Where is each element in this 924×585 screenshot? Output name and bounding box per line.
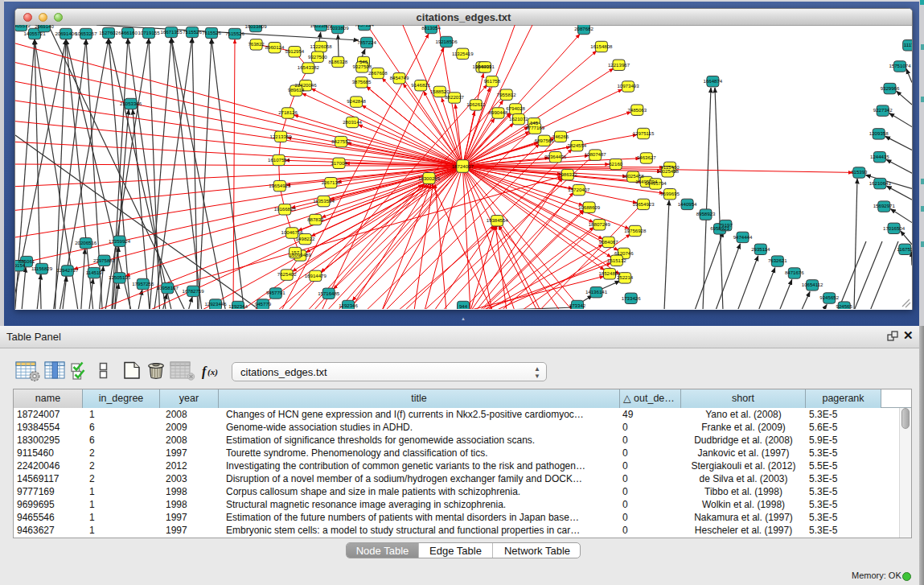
svg-text:10973493: 10973493 <box>617 83 639 89</box>
svg-text:14055721: 14055721 <box>23 31 46 36</box>
svg-text:252214: 252214 <box>617 274 634 280</box>
svg-text:10046756: 10046756 <box>281 229 304 235</box>
svg-text:1733426: 1733426 <box>622 295 641 301</box>
svg-text:7515526: 7515526 <box>183 29 202 35</box>
svg-text:17016504: 17016504 <box>883 225 906 231</box>
svg-text:20691406: 20691406 <box>55 31 77 36</box>
svg-text:7955812: 7955812 <box>497 92 516 97</box>
svg-text:1664874: 1664874 <box>704 78 723 84</box>
svg-text:16914479: 16914479 <box>305 273 327 278</box>
svg-text:7632621: 7632621 <box>768 257 787 263</box>
svg-text:10958107: 10958107 <box>157 285 179 290</box>
svg-text:19654925: 19654925 <box>269 183 291 188</box>
svg-text:1362611: 1362611 <box>466 101 486 107</box>
svg-text:12975115: 12975115 <box>633 130 655 136</box>
svg-text:887833: 887833 <box>307 216 324 222</box>
svg-text:9474444: 9474444 <box>733 234 753 240</box>
svg-text:12923446: 12923446 <box>204 301 227 307</box>
svg-text:19166825: 19166825 <box>274 206 297 212</box>
svg-text:3875685: 3875685 <box>352 79 372 84</box>
svg-text:16543382: 16543382 <box>298 64 320 70</box>
svg-text:6466160: 6466160 <box>118 30 138 35</box>
svg-text:16671355: 16671355 <box>160 29 183 35</box>
svg-text:20364436: 20364436 <box>544 154 567 159</box>
svg-text:9463627: 9463627 <box>637 154 656 160</box>
svg-text:8960124: 8960124 <box>265 44 285 50</box>
svg-text:19384554: 19384554 <box>487 217 509 223</box>
svg-text:1405572: 1405572 <box>15 25 31 28</box>
svg-text:19654923: 19654923 <box>632 201 655 207</box>
svg-text:13226058: 13226058 <box>310 43 332 49</box>
svg-text:9329966: 9329966 <box>881 85 900 91</box>
svg-text:11325419: 11325419 <box>452 51 474 56</box>
svg-text:18300295: 18300295 <box>418 175 441 181</box>
svg-text:173342: 173342 <box>569 303 586 308</box>
svg-text:19218506: 19218506 <box>435 39 458 44</box>
svg-text:16154808: 16154808 <box>590 43 613 49</box>
svg-text:7625402: 7625402 <box>277 271 297 277</box>
svg-text:9227342: 9227342 <box>873 107 893 113</box>
svg-text:15720407: 15720407 <box>568 187 590 192</box>
svg-text:10688609: 10688609 <box>578 204 601 210</box>
svg-text:9327508: 9327508 <box>352 64 372 69</box>
svg-text:10653267: 10653267 <box>75 31 97 36</box>
svg-text:8958923: 8958923 <box>696 211 716 216</box>
svg-text:17957255: 17957255 <box>132 281 154 286</box>
svg-text:1615132: 1615132 <box>607 257 626 263</box>
svg-text:18807249: 18807249 <box>589 221 611 227</box>
svg-text:6794028: 6794028 <box>506 105 525 111</box>
svg-text:10654112: 10654112 <box>802 282 823 287</box>
svg-text:62160: 62160 <box>609 161 623 167</box>
svg-text:746266: 746266 <box>552 134 569 139</box>
svg-text:10719155: 10719155 <box>138 30 160 35</box>
svg-text:515393: 515393 <box>851 169 868 175</box>
svg-text:945779: 945779 <box>255 301 272 307</box>
svg-text:8454749: 8454749 <box>390 75 409 80</box>
svg-text:114519: 114519 <box>86 270 102 275</box>
svg-text:16782759: 16782759 <box>183 288 205 294</box>
svg-text:16495794: 16495794 <box>645 180 667 186</box>
svg-text:763822: 763822 <box>248 41 265 47</box>
svg-text:15751074: 15751074 <box>889 63 911 68</box>
svg-text:2718126: 2718126 <box>278 109 298 115</box>
svg-text:9457791: 9457791 <box>266 290 285 295</box>
svg-text:2803144: 2803144 <box>343 119 362 125</box>
svg-text:7485063: 7485063 <box>627 107 647 113</box>
svg-text:6897568: 6897568 <box>535 138 554 143</box>
svg-text:79197: 79197 <box>719 222 733 228</box>
svg-text:1588520: 1588520 <box>430 89 450 94</box>
svg-text:9242848: 9242848 <box>347 98 366 104</box>
svg-text:317004: 317004 <box>331 160 347 166</box>
svg-text:11353594: 11353594 <box>313 198 335 204</box>
svg-text:116753: 116753 <box>897 246 912 252</box>
svg-text:8186328: 8186328 <box>328 59 347 64</box>
svg-text:7857224: 7857224 <box>355 25 374 27</box>
svg-text:2069140: 2069140 <box>35 25 54 29</box>
svg-text:15692971: 15692971 <box>873 203 896 208</box>
svg-text:1209358: 1209358 <box>869 130 889 136</box>
svg-text:12213369: 12213369 <box>270 134 293 139</box>
svg-text:3824554: 3824554 <box>568 142 587 148</box>
svg-text:9084067: 9084067 <box>599 239 618 245</box>
svg-text:21053346: 21053346 <box>120 101 142 106</box>
svg-text:1440954: 1440954 <box>678 201 697 207</box>
svg-text:16210643: 16210643 <box>869 180 892 186</box>
svg-text:7986322: 7986322 <box>558 171 577 177</box>
svg-text:39154: 39154 <box>15 262 26 268</box>
svg-text:17359924: 17359924 <box>109 238 131 244</box>
svg-text:16033809: 16033809 <box>244 25 267 29</box>
svg-text:2867608: 2867608 <box>368 70 388 76</box>
svg-text:9245652: 9245652 <box>819 295 839 300</box>
svg-text:10025458: 10025458 <box>657 168 680 174</box>
svg-text:8822037: 8822037 <box>445 94 464 100</box>
svg-text:12942737: 12942737 <box>56 267 79 273</box>
svg-text:9777169: 9777169 <box>525 125 544 130</box>
svg-text:1117: 1117 <box>904 42 912 47</box>
svg-text:1498222: 1498222 <box>296 236 315 241</box>
svg-text:12213967: 12213967 <box>608 62 630 68</box>
svg-text:10807487: 10807487 <box>585 151 607 157</box>
svg-text:6120746: 6120746 <box>614 250 634 256</box>
svg-text:9327500: 9327500 <box>308 54 327 60</box>
svg-text:19756928: 19756928 <box>624 228 647 233</box>
svg-text:1244415: 1244415 <box>870 154 889 159</box>
